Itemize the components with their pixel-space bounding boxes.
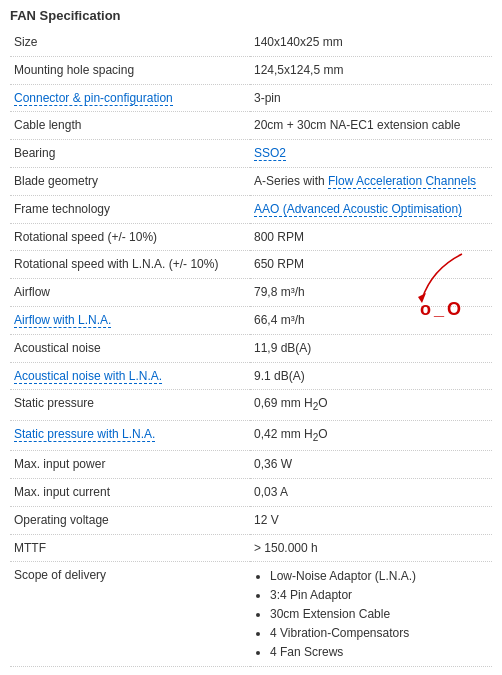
row-value: 0,36 W — [250, 451, 492, 479]
row-label[interactable]: Airflow with L.N.A. — [10, 306, 250, 334]
row-label: Cable length — [10, 112, 250, 140]
table-row: BearingSSO2 — [10, 140, 492, 168]
list-item: 4 Vibration-Compensators — [270, 624, 488, 643]
table-row: Connector & pin-configuration3-pin — [10, 84, 492, 112]
row-label: Rotational speed (+/- 10%) — [10, 223, 250, 251]
label-link[interactable]: Acoustical noise with L.N.A. — [14, 369, 162, 384]
row-value: 79,8 m³/h — [250, 279, 492, 307]
spec-container: FAN Specification Size140x140x25 mmMount… — [0, 0, 502, 675]
table-row: Operating voltage12 V — [10, 506, 492, 534]
row-label: Mounting hole spacing — [10, 56, 250, 84]
spec-title: FAN Specification — [10, 8, 492, 23]
row-label: Max. input current — [10, 478, 250, 506]
value-link[interactable]: AAO (Advanced Acoustic Optimisation) — [254, 202, 462, 217]
row-label[interactable]: Connector & pin-configuration — [10, 84, 250, 112]
table-row: Max. input current0,03 A — [10, 478, 492, 506]
row-value: 11,9 dB(A) — [250, 334, 492, 362]
table-row: Max. input power0,36 W — [10, 451, 492, 479]
row-value: 20cm + 30cm NA-EC1 extension cable — [250, 112, 492, 140]
table-row: Blade geometryA-Series with Flow Acceler… — [10, 167, 492, 195]
row-value: 0,69 mm H2O — [250, 390, 492, 420]
row-value: 6 years — [250, 667, 492, 675]
list-item: Low-Noise Adaptor (L.N.A.) — [270, 567, 488, 586]
row-value: 3-pin — [250, 84, 492, 112]
table-row: Scope of deliveryLow-Noise Adaptor (L.N.… — [10, 562, 492, 667]
table-row: Static pressure0,69 mm H2O — [10, 390, 492, 420]
row-label: Scope of delivery — [10, 562, 250, 667]
row-value: 0,42 mm H2O — [250, 420, 492, 450]
list-item: 30cm Extension Cable — [270, 605, 488, 624]
row-value: SSO2 — [250, 140, 492, 168]
table-row: MTTF> 150.000 h — [10, 534, 492, 562]
table-row: Airflow with L.N.A.66,4 m³/h — [10, 306, 492, 334]
label-link[interactable]: Static pressure with L.N.A. — [14, 427, 155, 442]
row-value: 9.1 dB(A) — [250, 362, 492, 390]
row-label: Operating voltage — [10, 506, 250, 534]
table-row: Mounting hole spacing124,5x124,5 mm — [10, 56, 492, 84]
table-row: Warranty6 years — [10, 667, 492, 675]
table-row: Cable length20cm + 30cm NA-EC1 extension… — [10, 112, 492, 140]
row-label: Max. input power — [10, 451, 250, 479]
table-row: Frame technologyAAO (Advanced Acoustic O… — [10, 195, 492, 223]
delivery-list: Low-Noise Adaptor (L.N.A.)3:4 Pin Adapto… — [254, 567, 488, 661]
table-row: Static pressure with L.N.A.0,42 mm H2O — [10, 420, 492, 450]
label-link[interactable]: Connector & pin-configuration — [14, 91, 173, 106]
value-link[interactable]: SSO2 — [254, 146, 286, 161]
row-label: MTTF — [10, 534, 250, 562]
row-value: 66,4 m³/h — [250, 306, 492, 334]
row-label[interactable]: Acoustical noise with L.N.A. — [10, 362, 250, 390]
row-value: 800 RPM — [250, 223, 492, 251]
row-label: Bearing — [10, 140, 250, 168]
row-value: > 150.000 h — [250, 534, 492, 562]
row-label[interactable]: Warranty — [10, 667, 250, 675]
row-value: 140x140x25 mm — [250, 29, 492, 56]
row-value: 12 V — [250, 506, 492, 534]
row-value: AAO (Advanced Acoustic Optimisation) — [250, 195, 492, 223]
list-item: 3:4 Pin Adaptor — [270, 586, 488, 605]
table-row: Acoustical noise11,9 dB(A) — [10, 334, 492, 362]
list-item: 4 Fan Screws — [270, 643, 488, 662]
row-label: Frame technology — [10, 195, 250, 223]
table-row: Size140x140x25 mm — [10, 29, 492, 56]
table-row: Rotational speed (+/- 10%)800 RPM — [10, 223, 492, 251]
label-link[interactable]: Airflow with L.N.A. — [14, 313, 111, 328]
row-value: 650 RPM — [250, 251, 492, 279]
table-row: Acoustical noise with L.N.A.9.1 dB(A) — [10, 362, 492, 390]
row-label: Airflow — [10, 279, 250, 307]
spec-table: Size140x140x25 mmMounting hole spacing12… — [10, 29, 492, 675]
row-value: A-Series with Flow Acceleration Channels — [250, 167, 492, 195]
row-value: 0,03 A — [250, 478, 492, 506]
row-value: 124,5x124,5 mm — [250, 56, 492, 84]
value-partial-link[interactable]: Flow Acceleration Channels — [328, 174, 476, 189]
row-label: Size — [10, 29, 250, 56]
row-label: Static pressure — [10, 390, 250, 420]
table-row: Rotational speed with L.N.A. (+/- 10%)65… — [10, 251, 492, 279]
row-label[interactable]: Static pressure with L.N.A. — [10, 420, 250, 450]
row-label: Acoustical noise — [10, 334, 250, 362]
row-label: Blade geometry — [10, 167, 250, 195]
table-row: Airflow79,8 m³/h — [10, 279, 492, 307]
row-label: Rotational speed with L.N.A. (+/- 10%) — [10, 251, 250, 279]
row-value: Low-Noise Adaptor (L.N.A.)3:4 Pin Adapto… — [250, 562, 492, 667]
